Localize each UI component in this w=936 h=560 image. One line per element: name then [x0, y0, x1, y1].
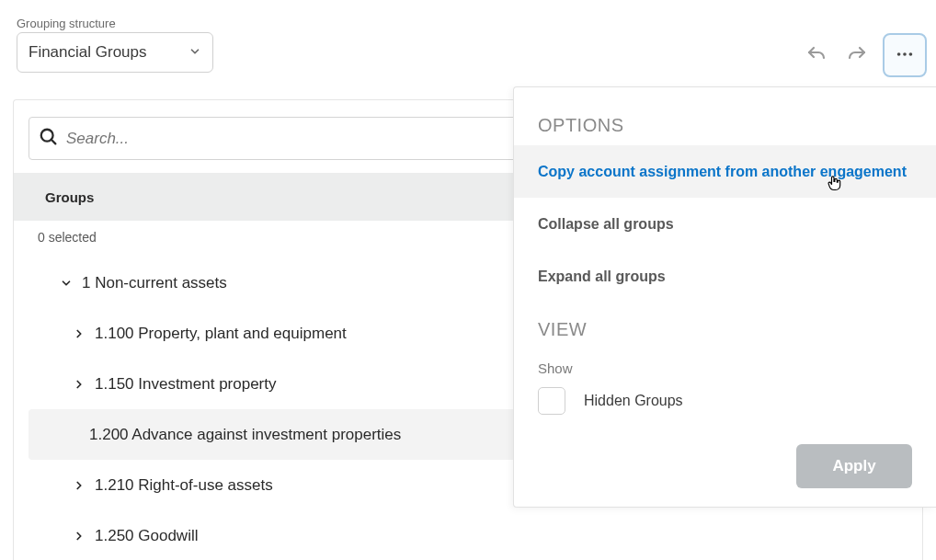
chevron-down-icon: [188, 45, 201, 61]
options-section-heading: OPTIONS: [514, 87, 936, 145]
tree-label: 1.250 Goodwill: [95, 527, 198, 545]
svg-point-0: [897, 52, 901, 56]
redo-button[interactable]: [842, 40, 872, 70]
tree-label: 1.100 Property, plant and equipment: [95, 325, 347, 343]
tree-row[interactable]: 1.250 Goodwill: [29, 510, 907, 560]
option-label: Collapse all groups: [538, 216, 674, 233]
tree-label: 1 Non-current assets: [82, 274, 227, 292]
svg-point-1: [903, 52, 907, 56]
chevron-right-icon: [71, 479, 87, 492]
svg-line-4: [51, 140, 56, 144]
search-icon: [39, 127, 59, 150]
option-label: Copy account assignment from another eng…: [538, 164, 907, 180]
expand-all-groups-option[interactable]: Expand all groups: [514, 250, 936, 303]
ellipsis-icon: [895, 44, 915, 67]
view-section-heading: VIEW: [514, 303, 936, 349]
grouping-structure-dropdown[interactable]: Financial Groups: [17, 32, 213, 73]
option-label: Expand all groups: [538, 269, 666, 285]
tree-label: 1.200 Advance against investment propert…: [89, 426, 401, 444]
show-label: Show: [514, 349, 936, 383]
chevron-right-icon: [71, 378, 87, 391]
more-options-button[interactable]: [883, 33, 927, 77]
hidden-groups-checkbox[interactable]: [538, 387, 565, 415]
tree-label: 1.210 Right-of-use assets: [95, 476, 273, 495]
apply-button[interactable]: Apply: [796, 444, 912, 488]
options-panel: OPTIONS Copy account assignment from ano…: [513, 86, 936, 508]
undo-button[interactable]: [802, 40, 831, 70]
hidden-groups-label: Hidden Groups: [584, 393, 683, 409]
chevron-down-icon: [58, 277, 74, 290]
tree-label: 1.150 Investment property: [95, 375, 277, 394]
copy-account-assignment-option[interactable]: Copy account assignment from another eng…: [514, 145, 936, 198]
collapse-all-groups-option[interactable]: Collapse all groups: [514, 198, 936, 250]
grouping-structure-label: Grouping structure: [17, 17, 213, 30]
chevron-right-icon: [71, 327, 87, 340]
svg-point-2: [909, 52, 913, 56]
chevron-right-icon: [71, 530, 87, 543]
dropdown-value: Financial Groups: [29, 43, 147, 62]
